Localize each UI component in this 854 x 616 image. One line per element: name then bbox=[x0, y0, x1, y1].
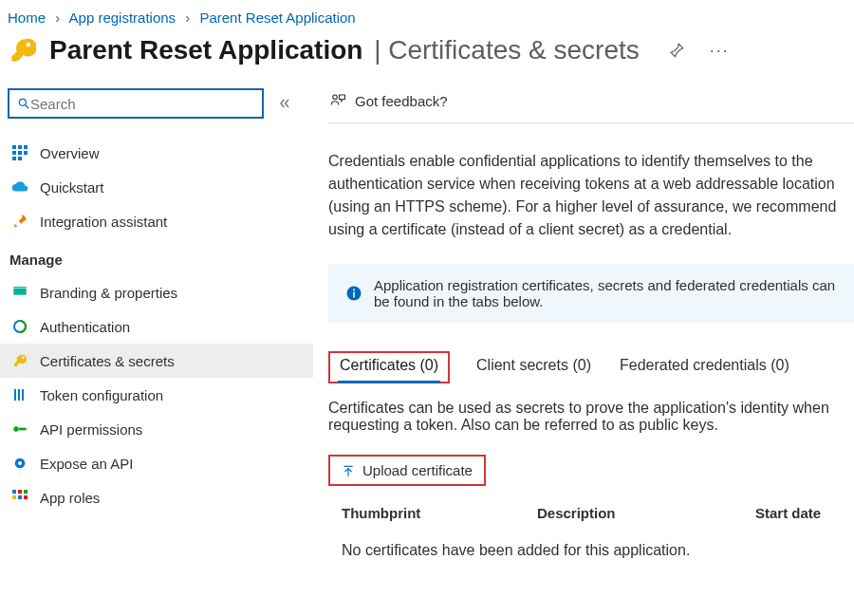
info-banner: Application registration certificates, s… bbox=[328, 264, 854, 323]
cloud-icon bbox=[11, 178, 28, 196]
svg-rect-24 bbox=[18, 495, 22, 499]
key-icon bbox=[8, 35, 38, 65]
svg-rect-20 bbox=[12, 490, 16, 494]
sidebar-item-app-roles[interactable]: App roles bbox=[0, 480, 313, 514]
svg-rect-6 bbox=[18, 151, 22, 155]
upload-label: Upload certificate bbox=[362, 462, 473, 478]
svg-rect-8 bbox=[12, 157, 16, 160]
sidebar-item-branding[interactable]: Branding & properties bbox=[0, 275, 313, 309]
svg-rect-4 bbox=[24, 145, 28, 149]
sidebar-item-certificates[interactable]: Certificates & secrets bbox=[0, 344, 313, 378]
tag-icon bbox=[11, 284, 28, 301]
svg-rect-5 bbox=[12, 151, 16, 155]
svg-rect-15 bbox=[22, 389, 24, 401]
highlight-box: Certificates (0) bbox=[328, 351, 450, 383]
search-box[interactable] bbox=[8, 88, 264, 119]
feedback-link[interactable]: Got feedback? bbox=[328, 88, 854, 123]
api-icon bbox=[11, 420, 28, 438]
svg-point-19 bbox=[18, 461, 22, 465]
auth-icon bbox=[11, 318, 28, 335]
feedback-icon bbox=[328, 92, 347, 109]
svg-rect-9 bbox=[18, 157, 22, 160]
sidebar-item-token[interactable]: Token configuration bbox=[0, 378, 313, 412]
sidebar-item-label: API permissions bbox=[40, 421, 142, 438]
intro-text: Credentials enable confidential applicat… bbox=[328, 123, 854, 264]
more-icon[interactable]: ··· bbox=[710, 41, 730, 61]
breadcrumb-home[interactable]: Home bbox=[8, 9, 46, 26]
page-title: Parent Reset Application | Certificates … bbox=[49, 35, 640, 65]
sidebar-item-label: Authentication bbox=[40, 319, 130, 335]
breadcrumb-sep: › bbox=[185, 9, 190, 26]
grid-icon bbox=[11, 144, 28, 161]
key-icon bbox=[11, 352, 28, 369]
tab-client-secrets[interactable]: Client secrets (0) bbox=[474, 351, 593, 383]
svg-rect-14 bbox=[18, 389, 20, 401]
sidebar: Overview Quickstart Integration assistan… bbox=[0, 83, 313, 559]
upload-certificate-button[interactable]: Upload certificate bbox=[328, 455, 486, 486]
tab-federated[interactable]: Federated credentials (0) bbox=[618, 351, 791, 383]
sidebar-item-label: Token configuration bbox=[40, 387, 163, 403]
svg-rect-13 bbox=[14, 389, 16, 401]
sidebar-item-label: App roles bbox=[40, 490, 100, 506]
collapse-icon[interactable] bbox=[277, 97, 292, 110]
svg-rect-21 bbox=[18, 490, 22, 494]
breadcrumb: Home › App registrations › Parent Reset … bbox=[0, 0, 854, 31]
sidebar-item-label: Certificates & secrets bbox=[40, 353, 175, 369]
search-icon bbox=[17, 97, 30, 110]
sidebar-item-api-permissions[interactable]: API permissions bbox=[0, 412, 313, 446]
svg-line-1 bbox=[26, 105, 29, 109]
sidebar-section-manage: Manage bbox=[0, 238, 313, 275]
tabs: Certificates (0) Client secrets (0) Fede… bbox=[328, 351, 854, 384]
page-title-sub: Certificates & secrets bbox=[388, 35, 640, 65]
sidebar-item-expose-api[interactable]: Expose an API bbox=[0, 446, 313, 480]
table-header: Thumbprint Description Start date bbox=[328, 505, 854, 521]
svg-point-16 bbox=[13, 426, 18, 431]
token-icon bbox=[11, 386, 28, 403]
sidebar-item-label: Quickstart bbox=[40, 179, 104, 196]
empty-state: No certificates have been added for this… bbox=[328, 542, 854, 559]
upload-icon bbox=[342, 463, 355, 478]
sidebar-item-authentication[interactable]: Authentication bbox=[0, 309, 313, 344]
page-header: Parent Reset Application | Certificates … bbox=[0, 31, 854, 83]
svg-point-26 bbox=[333, 95, 338, 100]
sidebar-item-integration[interactable]: Integration assistant bbox=[0, 204, 313, 238]
main-content: Got feedback? Credentials enable confide… bbox=[313, 83, 854, 559]
sidebar-item-quickstart[interactable]: Quickstart bbox=[0, 170, 313, 204]
sidebar-item-label: Overview bbox=[40, 145, 100, 161]
svg-rect-17 bbox=[19, 428, 27, 431]
svg-rect-2 bbox=[12, 145, 16, 149]
svg-rect-28 bbox=[353, 292, 355, 298]
sidebar-item-label: Integration assistant bbox=[40, 214, 167, 230]
svg-rect-3 bbox=[18, 145, 22, 149]
svg-rect-7 bbox=[24, 151, 28, 155]
expose-icon bbox=[11, 455, 28, 472]
rocket-icon bbox=[11, 213, 28, 230]
svg-rect-23 bbox=[12, 495, 16, 499]
breadcrumb-sep: › bbox=[55, 9, 60, 26]
sidebar-item-overview[interactable]: Overview bbox=[0, 136, 313, 170]
column-thumbprint: Thumbprint bbox=[328, 505, 537, 521]
column-start-date: Start date bbox=[755, 505, 854, 521]
sidebar-item-label: Branding & properties bbox=[40, 285, 177, 301]
svg-point-29 bbox=[353, 289, 355, 290]
search-input[interactable] bbox=[30, 96, 254, 112]
sidebar-item-label: Expose an API bbox=[40, 456, 133, 472]
svg-rect-11 bbox=[13, 287, 26, 288]
feedback-label: Got feedback? bbox=[355, 93, 448, 109]
column-description: Description bbox=[537, 505, 755, 521]
svg-point-0 bbox=[19, 99, 26, 105]
breadcrumb-appreg[interactable]: App registrations bbox=[69, 9, 176, 26]
pin-icon[interactable] bbox=[668, 42, 685, 59]
page-title-main: Parent Reset Application bbox=[49, 35, 362, 65]
svg-rect-25 bbox=[24, 495, 28, 499]
roles-icon bbox=[11, 489, 28, 506]
tab-description: Certificates can be used as secrets to p… bbox=[328, 400, 854, 434]
svg-rect-10 bbox=[13, 289, 26, 295]
tab-certificates[interactable]: Certificates (0) bbox=[338, 351, 440, 383]
svg-rect-22 bbox=[24, 490, 28, 494]
info-banner-text: Application registration certificates, s… bbox=[374, 277, 837, 309]
info-icon bbox=[345, 285, 362, 302]
breadcrumb-current: Parent Reset Application bbox=[199, 9, 355, 26]
